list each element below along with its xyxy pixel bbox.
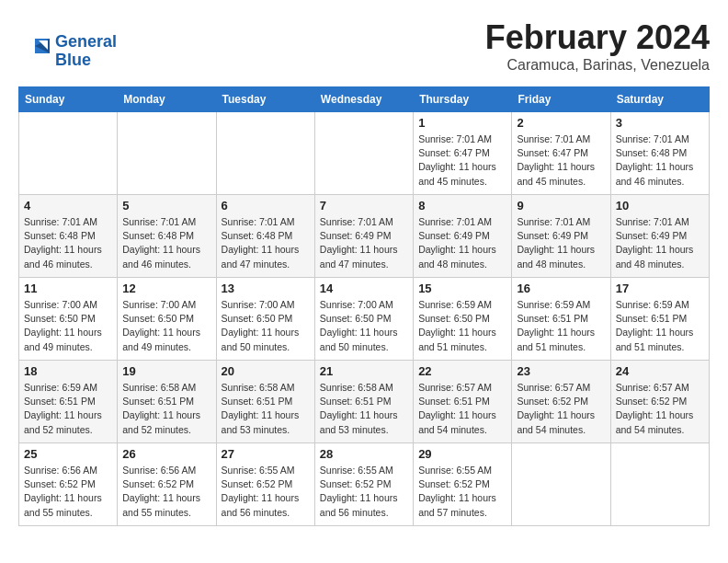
day-cell: 18Sunrise: 6:59 AM Sunset: 6:51 PM Dayli… [19, 361, 118, 443]
day-cell: 29Sunrise: 6:55 AM Sunset: 6:52 PM Dayli… [414, 443, 512, 526]
day-number: 1 [418, 116, 506, 130]
week-row-4: 25Sunrise: 6:56 AM Sunset: 6:52 PM Dayli… [19, 443, 710, 526]
header-sunday: Sunday [19, 87, 118, 112]
day-number: 3 [616, 116, 704, 130]
calendar-body: 1Sunrise: 7:01 AM Sunset: 6:47 PM Daylig… [19, 112, 710, 526]
day-cell: 19Sunrise: 6:58 AM Sunset: 6:51 PM Dayli… [118, 361, 216, 443]
day-number: 28 [320, 447, 408, 461]
day-info: Sunrise: 7:01 AM Sunset: 6:48 PM Dayligh… [222, 215, 310, 271]
day-number: 19 [122, 364, 210, 378]
day-cell: 13Sunrise: 7:00 AM Sunset: 6:50 PM Dayli… [216, 278, 314, 361]
week-row-0: 1Sunrise: 7:01 AM Sunset: 6:47 PM Daylig… [19, 112, 710, 195]
day-cell: 4Sunrise: 7:01 AM Sunset: 6:48 PM Daylig… [19, 195, 118, 278]
day-info: Sunrise: 7:00 AM Sunset: 6:50 PM Dayligh… [320, 298, 408, 354]
day-number: 22 [418, 364, 506, 378]
day-info: Sunrise: 6:55 AM Sunset: 6:52 PM Dayligh… [320, 464, 408, 520]
day-cell: 1Sunrise: 7:01 AM Sunset: 6:47 PM Daylig… [414, 112, 512, 195]
calendar-header: Sunday Monday Tuesday Wednesday Thursday… [19, 87, 710, 112]
day-cell [216, 112, 314, 195]
day-number: 8 [418, 199, 506, 213]
day-number: 13 [222, 282, 310, 295]
logo-line2: Blue [55, 52, 117, 70]
day-number: 20 [222, 364, 310, 378]
day-cell: 8Sunrise: 7:01 AM Sunset: 6:49 PM Daylig… [414, 195, 512, 278]
day-cell: 3Sunrise: 7:01 AM Sunset: 6:48 PM Daylig… [610, 112, 709, 195]
day-number: 23 [517, 364, 605, 378]
day-info: Sunrise: 7:01 AM Sunset: 6:47 PM Dayligh… [418, 132, 506, 189]
day-cell: 9Sunrise: 7:01 AM Sunset: 6:49 PM Daylig… [512, 195, 610, 278]
day-info: Sunrise: 7:00 AM Sunset: 6:50 PM Dayligh… [222, 298, 310, 354]
day-info: Sunrise: 7:01 AM Sunset: 6:49 PM Dayligh… [320, 215, 408, 271]
day-cell: 21Sunrise: 6:58 AM Sunset: 6:51 PM Dayli… [314, 361, 413, 443]
subtitle: Caramuca, Barinas, Venezuela [485, 57, 710, 74]
day-info: Sunrise: 7:01 AM Sunset: 6:49 PM Dayligh… [418, 215, 506, 271]
day-cell: 17Sunrise: 6:59 AM Sunset: 6:51 PM Dayli… [610, 278, 709, 361]
day-number: 25 [24, 447, 112, 461]
day-info: Sunrise: 6:57 AM Sunset: 6:51 PM Dayligh… [418, 381, 506, 437]
week-row-3: 18Sunrise: 6:59 AM Sunset: 6:51 PM Dayli… [19, 361, 710, 443]
day-info: Sunrise: 6:59 AM Sunset: 6:51 PM Dayligh… [24, 381, 112, 437]
day-number: 9 [517, 199, 605, 213]
day-info: Sunrise: 7:01 AM Sunset: 6:47 PM Dayligh… [517, 132, 605, 189]
day-number: 26 [122, 447, 210, 461]
day-number: 2 [517, 116, 605, 130]
day-number: 12 [122, 282, 210, 295]
day-cell: 12Sunrise: 7:00 AM Sunset: 6:50 PM Dayli… [118, 278, 216, 361]
day-number: 10 [616, 199, 704, 213]
title-block: February 2024 Caramuca, Barinas, Venezue… [485, 18, 710, 74]
day-cell: 14Sunrise: 7:00 AM Sunset: 6:50 PM Dayli… [314, 278, 413, 361]
day-info: Sunrise: 6:57 AM Sunset: 6:52 PM Dayligh… [616, 381, 704, 437]
day-cell: 20Sunrise: 6:58 AM Sunset: 6:51 PM Dayli… [216, 361, 314, 443]
day-cell [610, 443, 709, 526]
day-cell [19, 112, 118, 195]
day-number: 24 [616, 364, 704, 378]
day-info: Sunrise: 6:58 AM Sunset: 6:51 PM Dayligh… [320, 381, 408, 437]
day-info: Sunrise: 7:01 AM Sunset: 6:49 PM Dayligh… [517, 215, 605, 271]
day-info: Sunrise: 7:01 AM Sunset: 6:48 PM Dayligh… [122, 215, 210, 271]
logo-line1: General [55, 33, 117, 52]
day-info: Sunrise: 6:59 AM Sunset: 6:50 PM Dayligh… [418, 298, 506, 354]
day-info: Sunrise: 6:58 AM Sunset: 6:51 PM Dayligh… [122, 381, 210, 437]
header-monday: Monday [118, 87, 216, 112]
logo-icon [18, 35, 51, 68]
day-cell: 24Sunrise: 6:57 AM Sunset: 6:52 PM Dayli… [610, 361, 709, 443]
header-wednesday: Wednesday [314, 87, 413, 112]
day-number: 27 [222, 447, 310, 461]
month-title: February 2024 [485, 18, 710, 57]
day-info: Sunrise: 6:59 AM Sunset: 6:51 PM Dayligh… [616, 298, 704, 354]
day-info: Sunrise: 6:58 AM Sunset: 6:51 PM Dayligh… [222, 381, 310, 437]
day-cell: 5Sunrise: 7:01 AM Sunset: 6:48 PM Daylig… [118, 195, 216, 278]
header-tuesday: Tuesday [216, 87, 314, 112]
day-info: Sunrise: 6:55 AM Sunset: 6:52 PM Dayligh… [222, 464, 310, 520]
day-info: Sunrise: 7:00 AM Sunset: 6:50 PM Dayligh… [24, 298, 112, 354]
day-number: 11 [24, 282, 112, 295]
day-cell: 2Sunrise: 7:01 AM Sunset: 6:47 PM Daylig… [512, 112, 610, 195]
day-number: 15 [418, 282, 506, 295]
day-cell: 11Sunrise: 7:00 AM Sunset: 6:50 PM Dayli… [19, 278, 118, 361]
day-info: Sunrise: 7:00 AM Sunset: 6:50 PM Dayligh… [122, 298, 210, 354]
day-cell: 25Sunrise: 6:56 AM Sunset: 6:52 PM Dayli… [19, 443, 118, 526]
day-info: Sunrise: 7:01 AM Sunset: 6:48 PM Dayligh… [24, 215, 112, 271]
day-info: Sunrise: 6:57 AM Sunset: 6:52 PM Dayligh… [517, 381, 605, 437]
day-info: Sunrise: 6:55 AM Sunset: 6:52 PM Dayligh… [418, 464, 506, 520]
header-friday: Friday [512, 87, 610, 112]
day-cell: 22Sunrise: 6:57 AM Sunset: 6:51 PM Dayli… [414, 361, 512, 443]
day-number: 5 [122, 199, 210, 213]
day-number: 4 [24, 199, 112, 213]
calendar-table: Sunday Monday Tuesday Wednesday Thursday… [18, 86, 710, 526]
day-cell: 10Sunrise: 7:01 AM Sunset: 6:49 PM Dayli… [610, 195, 709, 278]
day-cell: 7Sunrise: 7:01 AM Sunset: 6:49 PM Daylig… [314, 195, 413, 278]
day-number: 14 [320, 282, 408, 295]
day-cell [512, 443, 610, 526]
day-info: Sunrise: 6:56 AM Sunset: 6:52 PM Dayligh… [122, 464, 210, 520]
day-info: Sunrise: 7:01 AM Sunset: 6:48 PM Dayligh… [616, 132, 704, 189]
day-cell [118, 112, 216, 195]
header-thursday: Thursday [414, 87, 512, 112]
day-number: 18 [24, 364, 112, 378]
day-cell: 27Sunrise: 6:55 AM Sunset: 6:52 PM Dayli… [216, 443, 314, 526]
day-number: 16 [517, 282, 605, 295]
day-number: 17 [616, 282, 704, 295]
week-row-1: 4Sunrise: 7:01 AM Sunset: 6:48 PM Daylig… [19, 195, 710, 278]
day-info: Sunrise: 6:56 AM Sunset: 6:52 PM Dayligh… [24, 464, 112, 520]
week-row-2: 11Sunrise: 7:00 AM Sunset: 6:50 PM Dayli… [19, 278, 710, 361]
